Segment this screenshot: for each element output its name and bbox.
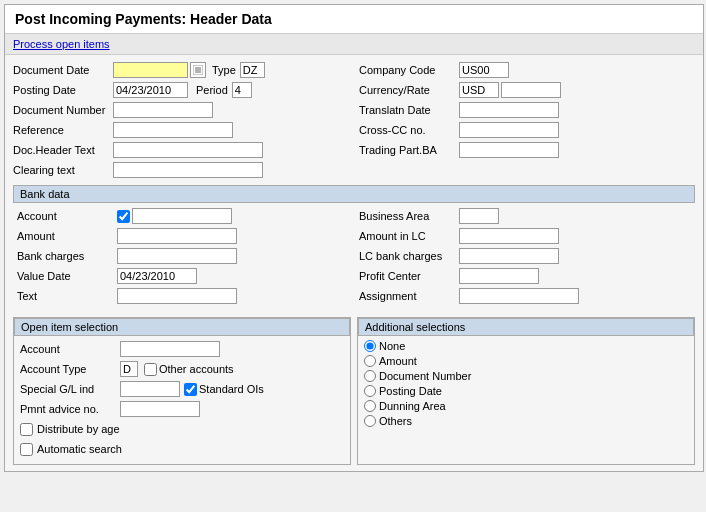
standard-ols-checkbox[interactable] [184,383,197,396]
document-date-input[interactable] [113,62,188,78]
reference-label: Reference [13,124,113,136]
document-number-input[interactable] [113,102,213,118]
bank-charges-row: Bank charges [17,247,349,265]
account-type-input[interactable] [120,361,138,377]
value-date-input[interactable] [117,268,197,284]
amount-lc-input[interactable] [459,228,559,244]
amount-label: Amount [17,230,117,242]
bank-text-input[interactable] [117,288,237,304]
oi-account-input[interactable] [120,341,220,357]
additional-selections-section: Additional selections None Amount Docume… [357,317,695,465]
bank-text-row: Text [17,287,349,305]
business-area-input[interactable] [459,208,499,224]
period-label: Period [196,84,228,96]
document-date-row: Document Date Type [13,61,349,79]
dunning-area-radio[interactable] [364,400,376,412]
profit-center-row: Profit Center [359,267,691,285]
amount-radio[interactable] [364,355,376,367]
posting-date-row: Posting Date Period [13,81,349,99]
process-open-items-link[interactable]: Process open items [13,38,110,50]
amount-radio-row: Amount [364,355,688,367]
cross-cc-row: Cross-CC no. [359,121,695,139]
special-gl-row: Special G/L ind Standard OIs [20,380,344,398]
other-accounts-checkbox[interactable] [144,363,157,376]
automatic-search-row: Automatic search [20,440,344,458]
dunning-area-radio-label: Dunning Area [379,400,446,412]
rate-input[interactable] [501,82,561,98]
trading-part-input[interactable] [459,142,559,158]
distribute-by-age-checkbox[interactable] [20,423,33,436]
toolbar: Process open items [5,34,703,55]
pmnt-advice-label: Pmnt advice no. [20,403,120,415]
profit-center-label: Profit Center [359,270,459,282]
reference-row: Reference [13,121,349,139]
posting-date-radio-row: Posting Date [364,385,688,397]
additional-selections-header: Additional selections [358,318,694,336]
currency-input[interactable] [459,82,499,98]
pmnt-advice-row: Pmnt advice no. [20,400,344,418]
others-radio[interactable] [364,415,376,427]
none-radio[interactable] [364,340,376,352]
doc-header-text-input[interactable] [113,142,263,158]
posting-date-input[interactable] [113,82,188,98]
amount-lc-row: Amount in LC [359,227,691,245]
bank-account-row: Account [17,207,349,225]
translation-date-input[interactable] [459,102,559,118]
title-bar: Post Incoming Payments: Header Data [5,5,703,34]
oi-account-row: Account [20,340,344,358]
document-number-label: Document Number [13,104,113,116]
clearing-text-input[interactable] [113,162,263,178]
cross-cc-label: Cross-CC no. [359,124,459,136]
special-gl-label: Special G/L ind [20,383,120,395]
clearing-text-label: Clearing text [13,164,113,176]
document-date-picker-icon[interactable] [190,62,206,78]
business-area-row: Business Area [359,207,691,225]
main-window: Post Incoming Payments: Header Data Proc… [4,4,704,472]
amount-input[interactable] [117,228,237,244]
automatic-search-label: Automatic search [37,443,122,455]
none-radio-row: None [364,340,688,352]
currency-rate-row: Currency/Rate [359,81,695,99]
bank-charges-input[interactable] [117,248,237,264]
bank-data-section: Bank data Account Amount [13,185,695,311]
value-date-label: Value Date [17,270,117,282]
pmnt-advice-input[interactable] [120,401,200,417]
business-area-label: Business Area [359,210,459,222]
content-area: Document Date Type Posting Date Period [5,55,703,471]
distribute-by-age-row: Distribute by age [20,420,344,438]
assignment-input[interactable] [459,288,579,304]
bank-data-header: Bank data [13,185,695,203]
none-radio-label: None [379,340,405,352]
open-item-selection-header: Open item selection [14,318,350,336]
oi-account-label: Account [20,343,120,355]
distribute-by-age-label: Distribute by age [37,423,120,435]
type-input[interactable] [240,62,265,78]
document-number-radio-row: Document Number [364,370,688,382]
company-code-input[interactable] [459,62,509,78]
standard-ols-label: Standard OIs [199,383,264,395]
bank-account-input[interactable] [132,208,232,224]
account-type-label: Account Type [20,363,120,375]
period-input[interactable] [232,82,252,98]
automatic-search-checkbox[interactable] [20,443,33,456]
posting-date-radio-label: Posting Date [379,385,442,397]
profit-center-input[interactable] [459,268,539,284]
company-code-row: Company Code [359,61,695,79]
bank-account-checkbox[interactable] [117,210,130,223]
posting-date-radio[interactable] [364,385,376,397]
document-date-label: Document Date [13,64,113,76]
assignment-row: Assignment [359,287,691,305]
cross-cc-input[interactable] [459,122,559,138]
type-label: Type [212,64,236,76]
others-radio-label: Others [379,415,412,427]
bank-text-label: Text [17,290,117,302]
value-date-row: Value Date [17,267,349,285]
reference-input[interactable] [113,122,233,138]
bank-account-label: Account [17,210,117,222]
document-number-radio[interactable] [364,370,376,382]
special-gl-input[interactable] [120,381,180,397]
amount-row: Amount [17,227,349,245]
doc-header-text-row: Doc.Header Text [13,141,349,159]
other-accounts-label: Other accounts [159,363,234,375]
lc-bank-charges-input[interactable] [459,248,559,264]
